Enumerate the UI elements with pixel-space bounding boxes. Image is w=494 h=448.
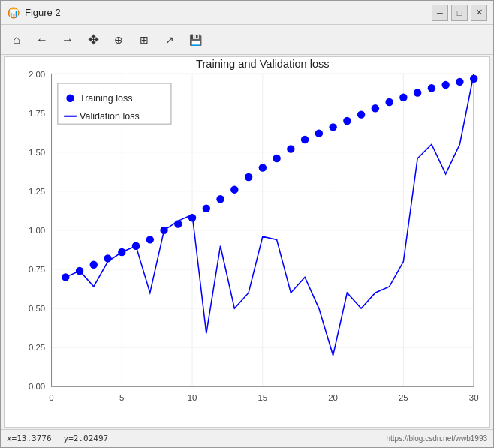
chart-svg: Training and Validation loss 2.00 1.75 1… xyxy=(5,57,489,427)
y-coordinate: y=2.02497 xyxy=(64,434,109,443)
title-controls: ─ □ ✕ xyxy=(432,5,487,21)
svg-text:1.25: 1.25 xyxy=(29,187,45,196)
svg-text:20: 20 xyxy=(328,393,338,402)
training-dot-18 xyxy=(301,136,309,143)
window-icon: 📊 xyxy=(7,6,20,20)
training-dot-28 xyxy=(441,81,449,89)
training-dot-14 xyxy=(245,173,252,181)
minimize-button[interactable]: ─ xyxy=(432,5,448,21)
maximize-button[interactable]: □ xyxy=(451,5,468,21)
svg-text:1.75: 1.75 xyxy=(29,109,45,118)
svg-text:0: 0 xyxy=(49,393,53,402)
svg-text:10: 10 xyxy=(188,393,197,402)
training-dot-23 xyxy=(372,104,379,112)
training-dot-6 xyxy=(132,242,140,250)
pan-button[interactable]: ✥ xyxy=(82,29,104,51)
config-button[interactable]: ⊞ xyxy=(133,29,155,51)
training-dot-26 xyxy=(414,89,421,96)
svg-text:1.50: 1.50 xyxy=(29,148,45,157)
status-bar: x=13.3776 y=2.02497 https://blog.csdn.ne… xyxy=(1,429,493,447)
title-bar-left: 📊 Figure 2 xyxy=(7,6,61,20)
chart-title: Training and Validation loss xyxy=(196,58,329,70)
svg-text:2.00: 2.00 xyxy=(29,70,45,79)
status-left: x=13.3776 y=2.02497 xyxy=(7,434,108,443)
home-button[interactable]: ⌂ xyxy=(5,29,28,51)
legend-training-label: Training loss xyxy=(80,93,132,104)
training-dot-11 xyxy=(203,204,210,212)
training-dot-2 xyxy=(76,267,83,275)
training-dot-5 xyxy=(118,248,125,256)
training-dot-17 xyxy=(287,145,294,152)
training-dot-21 xyxy=(343,117,351,125)
back-button[interactable]: ← xyxy=(31,29,53,51)
edit-button[interactable]: ↗ xyxy=(158,29,181,51)
chart-area: Training and Validation loss 2.00 1.75 1… xyxy=(4,56,490,428)
svg-text:0.75: 0.75 xyxy=(29,265,45,274)
svg-text:30: 30 xyxy=(469,393,479,402)
training-dot-8 xyxy=(160,227,167,234)
training-dot-27 xyxy=(428,84,435,92)
training-dot-16 xyxy=(273,155,280,162)
legend-training-icon xyxy=(66,95,74,102)
window-title: Figure 2 xyxy=(25,7,61,18)
status-url: https://blog.csdn.net/wwb1993 xyxy=(386,434,487,443)
training-dot-9 xyxy=(174,220,182,227)
forward-button[interactable]: → xyxy=(56,29,79,51)
training-dot-29 xyxy=(456,78,463,86)
training-dot-1 xyxy=(62,273,69,281)
training-dot-12 xyxy=(216,195,224,203)
svg-text:0.50: 0.50 xyxy=(29,304,45,313)
close-button[interactable]: ✕ xyxy=(471,5,487,21)
training-dot-3 xyxy=(90,261,98,269)
title-bar: 📊 Figure 2 ─ □ ✕ xyxy=(1,1,493,25)
main-window: 📊 Figure 2 ─ □ ✕ ⌂ ← → ✥ ⊕ ⊞ ↗ 💾 xyxy=(0,0,494,448)
zoom-button[interactable]: ⊕ xyxy=(107,29,130,51)
legend-validation-label: Validation loss xyxy=(80,111,140,122)
svg-text:5: 5 xyxy=(119,393,124,402)
svg-text:15: 15 xyxy=(258,393,267,402)
training-dot-20 xyxy=(329,123,336,131)
training-dot-22 xyxy=(357,110,365,118)
svg-text:1.00: 1.00 xyxy=(29,226,45,235)
svg-text:25: 25 xyxy=(399,393,408,402)
training-dot-30 xyxy=(470,75,477,83)
save-button[interactable]: 💾 xyxy=(184,29,206,51)
training-dot-10 xyxy=(188,214,196,221)
training-dot-19 xyxy=(315,129,323,137)
training-dot-13 xyxy=(230,185,238,193)
x-coordinate: x=13.3776 xyxy=(7,434,52,443)
svg-text:📊: 📊 xyxy=(9,8,19,18)
training-dot-15 xyxy=(259,164,267,171)
training-dot-7 xyxy=(146,236,154,243)
training-dot-25 xyxy=(399,94,407,101)
toolbar: ⌂ ← → ✥ ⊕ ⊞ ↗ 💾 xyxy=(1,25,493,55)
training-dot-24 xyxy=(385,98,393,106)
svg-text:0.25: 0.25 xyxy=(29,343,45,352)
training-dot-4 xyxy=(104,254,111,262)
svg-text:0.00: 0.00 xyxy=(29,382,45,391)
